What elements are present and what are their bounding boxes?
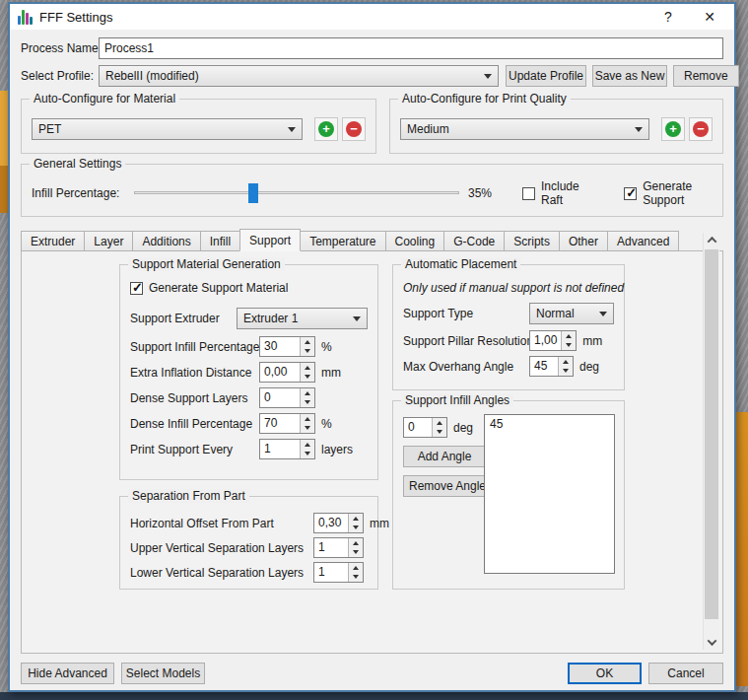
- support-type-dropdown[interactable]: Normal: [529, 303, 614, 324]
- dense-infill-percentage-spinner[interactable]: 70: [259, 413, 315, 434]
- spin-down-icon[interactable]: [349, 524, 363, 533]
- support-pillar-resolution-spinner[interactable]: 1,00: [529, 330, 577, 351]
- support-infill-percentage-spinner[interactable]: 30: [259, 336, 315, 357]
- slider-handle[interactable]: [248, 183, 258, 203]
- spinner-value[interactable]: 1: [314, 563, 348, 582]
- dropdown-arrow-icon: [599, 312, 607, 316]
- add-material-button[interactable]: +: [314, 117, 338, 141]
- dense-support-layers-spinner[interactable]: 0: [259, 387, 315, 408]
- tab-scripts[interactable]: Scripts: [504, 231, 560, 251]
- spin-up-icon[interactable]: [349, 538, 363, 548]
- generate-support-checkbox[interactable]: Generate Support: [624, 179, 713, 207]
- support-infill-percentage-label: Support Infill Percentage: [130, 340, 259, 354]
- spin-up-icon[interactable]: [559, 357, 573, 367]
- material-dropdown[interactable]: PET: [32, 118, 303, 140]
- slider-track[interactable]: [134, 191, 459, 194]
- hide-advanced-button[interactable]: Hide Advanced: [21, 663, 114, 684]
- spin-down-icon[interactable]: [301, 450, 314, 459]
- spin-down-icon[interactable]: [301, 398, 314, 408]
- tab-other[interactable]: Other: [559, 231, 608, 251]
- spin-up-icon[interactable]: [301, 337, 314, 347]
- spin-up-icon[interactable]: [301, 414, 314, 424]
- spinner-value[interactable]: 0: [260, 388, 300, 407]
- scroll-down-button[interactable]: [704, 635, 719, 650]
- add-angle-button[interactable]: Add Angle: [403, 446, 486, 467]
- spinner-value[interactable]: 45: [530, 357, 558, 376]
- spin-down-icon[interactable]: [349, 548, 363, 558]
- remove-profile-button[interactable]: Remove: [673, 65, 739, 87]
- spin-up-icon[interactable]: [562, 331, 576, 341]
- print-support-every-spinner[interactable]: 1: [259, 439, 315, 459]
- extra-inflation-distance-spinner[interactable]: 0,00: [259, 362, 315, 383]
- support-extruder-value: Extruder 1: [243, 312, 298, 325]
- titlebar[interactable]: FFF Settings ? ✕: [10, 4, 734, 30]
- general-settings-group: General Settings Infill Percentage: 35% …: [21, 164, 723, 217]
- checkbox-box[interactable]: [130, 282, 143, 295]
- lower-vertical-separation-spinner[interactable]: 1: [313, 562, 364, 583]
- cancel-button[interactable]: Cancel: [648, 663, 723, 684]
- spin-up-icon[interactable]: [301, 440, 314, 450]
- spinner-value[interactable]: 1: [314, 538, 348, 557]
- angle-list[interactable]: 45: [484, 414, 615, 574]
- spinner-value[interactable]: 1,00: [530, 331, 561, 350]
- spin-up-icon[interactable]: [349, 514, 363, 524]
- spin-down-icon[interactable]: [301, 373, 314, 383]
- spinner-value[interactable]: 30: [260, 337, 300, 356]
- spin-down-icon[interactable]: [559, 367, 573, 377]
- close-button[interactable]: ✕: [695, 9, 724, 25]
- spin-down-icon[interactable]: [349, 573, 363, 583]
- horizontal-offset-label: Horizontal Offset From Part: [130, 517, 313, 530]
- select-models-button[interactable]: Select Models: [121, 663, 205, 684]
- tab-support[interactable]: Support: [239, 229, 301, 251]
- tab-gcode[interactable]: G-Code: [443, 231, 505, 251]
- spinner-value[interactable]: 1: [260, 440, 300, 458]
- upper-vertical-separation-spinner[interactable]: 1: [313, 537, 364, 558]
- tab-infill[interactable]: Infill: [200, 231, 240, 251]
- tab-extruder[interactable]: Extruder: [21, 231, 85, 251]
- help-button[interactable]: ?: [653, 9, 683, 25]
- spin-up-icon[interactable]: [301, 363, 314, 373]
- update-profile-button[interactable]: Update Profile: [506, 65, 586, 87]
- vertical-scrollbar[interactable]: [703, 233, 719, 650]
- checkbox-box[interactable]: [522, 187, 535, 200]
- horizontal-offset-spinner[interactable]: 0,30: [313, 513, 364, 533]
- spin-up-icon[interactable]: [301, 388, 314, 398]
- save-as-new-button[interactable]: Save as New: [592, 65, 667, 87]
- tab-cooling[interactable]: Cooling: [385, 231, 445, 251]
- dense-infill-percentage-label: Dense Infill Percentage: [130, 417, 259, 431]
- unit-label: mm: [321, 366, 341, 380]
- remove-material-button[interactable]: −: [342, 117, 366, 141]
- tab-layer[interactable]: Layer: [84, 231, 133, 251]
- angle-spinner[interactable]: 0: [403, 417, 447, 438]
- support-extruder-label: Support Extruder: [130, 312, 237, 325]
- tab-additions[interactable]: Additions: [132, 231, 200, 251]
- ok-button[interactable]: OK: [568, 663, 642, 684]
- process-name-input[interactable]: Process1: [99, 37, 723, 59]
- spin-down-icon[interactable]: [562, 341, 576, 351]
- spin-up-icon[interactable]: [433, 418, 446, 428]
- add-quality-button[interactable]: +: [661, 117, 685, 141]
- spinner-value[interactable]: 0,00: [260, 363, 300, 382]
- spin-up-icon[interactable]: [349, 563, 363, 573]
- spin-down-icon[interactable]: [433, 428, 446, 438]
- profile-dropdown[interactable]: RebelII (modified): [99, 65, 499, 87]
- include-raft-checkbox[interactable]: Include Raft: [522, 179, 586, 207]
- generate-support-material-checkbox[interactable]: Generate Support Material: [130, 281, 288, 295]
- support-extruder-dropdown[interactable]: Extruder 1: [237, 308, 368, 329]
- remove-angle-button[interactable]: Remove Angle: [403, 475, 492, 497]
- max-overhang-angle-spinner[interactable]: 45: [529, 356, 574, 377]
- scrollbar-thumb[interactable]: [705, 249, 718, 619]
- spin-down-icon[interactable]: [301, 347, 314, 357]
- tab-temperature[interactable]: Temperature: [300, 231, 385, 251]
- fff-settings-dialog: FFF Settings ? ✕ Process Name: Process1 …: [8, 2, 736, 692]
- remove-quality-button[interactable]: −: [689, 117, 713, 141]
- spin-down-icon[interactable]: [301, 424, 314, 434]
- spinner-value[interactable]: 0,30: [314, 514, 348, 532]
- spinner-value[interactable]: 70: [260, 414, 300, 433]
- tab-advanced[interactable]: Advanced: [607, 231, 679, 251]
- checkbox-box[interactable]: [624, 187, 637, 200]
- angle-list-item[interactable]: 45: [490, 417, 609, 431]
- spinner-value[interactable]: 0: [404, 418, 432, 437]
- infill-percentage-slider[interactable]: [134, 182, 459, 204]
- quality-dropdown[interactable]: Medium: [400, 118, 649, 140]
